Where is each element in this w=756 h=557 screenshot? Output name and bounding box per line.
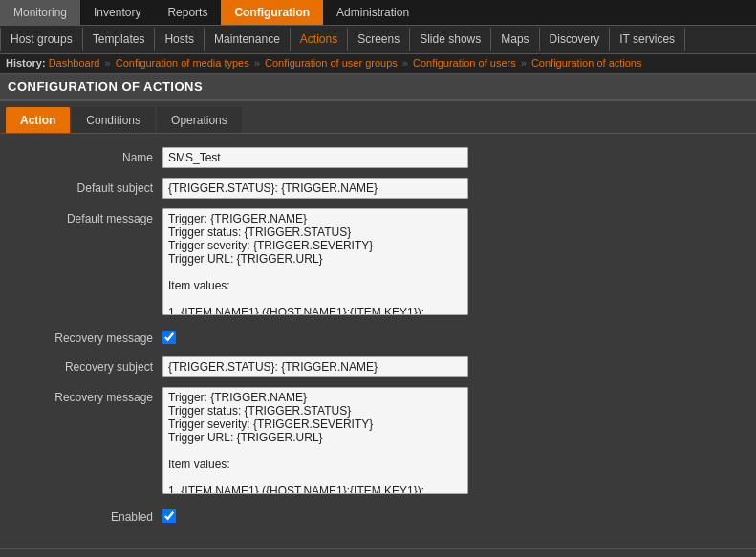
- recovery-message-checkbox[interactable]: [162, 331, 176, 344]
- recovery-message-check-label: Recovery message: [10, 328, 162, 345]
- second-nav-maintenance[interactable]: Maintenance: [205, 28, 291, 51]
- top-nav: Monitoring Inventory Reports Configurati…: [0, 0, 756, 26]
- default-subject-input[interactable]: [162, 178, 468, 199]
- second-nav-discovery[interactable]: Discovery: [540, 28, 611, 51]
- second-nav: Host groups Templates Hosts Maintenance …: [0, 26, 756, 54]
- recovery-subject-field: [162, 356, 746, 377]
- breadcrumb-dashboard[interactable]: Dashboard: [49, 57, 100, 69]
- page-header: CONFIGURATION OF ACTIONS: [0, 74, 756, 101]
- default-message-field: [162, 208, 746, 318]
- second-nav-actions[interactable]: Actions: [291, 28, 348, 51]
- enabled-label: Enabled: [10, 506, 162, 524]
- enabled-field: [162, 506, 746, 525]
- form-row-default-subject: Default subject: [10, 178, 746, 199]
- second-nav-screens[interactable]: Screens: [348, 28, 410, 51]
- top-nav-reports[interactable]: Reports: [154, 0, 221, 25]
- second-nav-slide-shows[interactable]: Slide shows: [410, 28, 491, 51]
- form-row-recovery-message-text: Recovery message: [10, 387, 746, 497]
- default-subject-label: Default subject: [10, 178, 162, 195]
- tab-operations[interactable]: Operations: [157, 107, 242, 133]
- top-nav-administration[interactable]: Administration: [323, 0, 422, 25]
- page-title: CONFIGURATION OF ACTIONS: [8, 79, 748, 94]
- recovery-subject-input[interactable]: [162, 356, 468, 377]
- form-row-recovery-message-check: Recovery message: [10, 328, 746, 347]
- enabled-checkbox[interactable]: [162, 509, 176, 523]
- tab-action[interactable]: Action: [6, 107, 70, 133]
- recovery-message-text-field: [162, 387, 746, 497]
- breadcrumb-users[interactable]: Configuration of users: [413, 57, 516, 69]
- recovery-subject-label: Recovery subject: [10, 356, 162, 374]
- recovery-message-textarea[interactable]: [162, 387, 468, 494]
- breadcrumb-user-groups[interactable]: Configuration of user groups: [265, 57, 398, 69]
- breadcrumb-actions[interactable]: Configuration of actions: [531, 57, 642, 69]
- top-nav-configuration[interactable]: Configuration: [221, 0, 323, 25]
- bottom-actions: Save Cancel: [0, 548, 756, 557]
- breadcrumb: History: Dashboard » Configuration of me…: [0, 54, 756, 74]
- second-nav-host-groups[interactable]: Host groups: [0, 28, 83, 51]
- recovery-message-check-field: [162, 328, 746, 347]
- main-content: Name Default subject Default message Rec…: [0, 134, 756, 548]
- name-field: [162, 147, 746, 168]
- second-nav-templates[interactable]: Templates: [83, 28, 156, 51]
- default-message-textarea[interactable]: [162, 208, 468, 315]
- second-nav-hosts[interactable]: Hosts: [155, 28, 205, 51]
- form-row-name: Name: [10, 147, 746, 168]
- breadcrumb-label: History:: [6, 57, 46, 69]
- name-label: Name: [10, 147, 162, 164]
- form-row-enabled: Enabled: [10, 506, 746, 525]
- recovery-message-text-label: Recovery message: [10, 387, 162, 404]
- tab-conditions[interactable]: Conditions: [72, 107, 155, 133]
- form-row-recovery-subject: Recovery subject: [10, 356, 746, 377]
- second-nav-maps[interactable]: Maps: [491, 28, 539, 51]
- form-row-default-message: Default message: [10, 208, 746, 318]
- top-nav-inventory[interactable]: Inventory: [80, 0, 154, 25]
- top-nav-monitoring[interactable]: Monitoring: [0, 0, 80, 25]
- tab-bar: Action Conditions Operations: [0, 101, 756, 134]
- breadcrumb-media-types[interactable]: Configuration of media types: [116, 57, 249, 69]
- name-input[interactable]: [162, 147, 468, 168]
- default-message-label: Default message: [10, 208, 162, 225]
- default-subject-field: [162, 178, 746, 199]
- second-nav-it-services[interactable]: IT services: [610, 28, 685, 51]
